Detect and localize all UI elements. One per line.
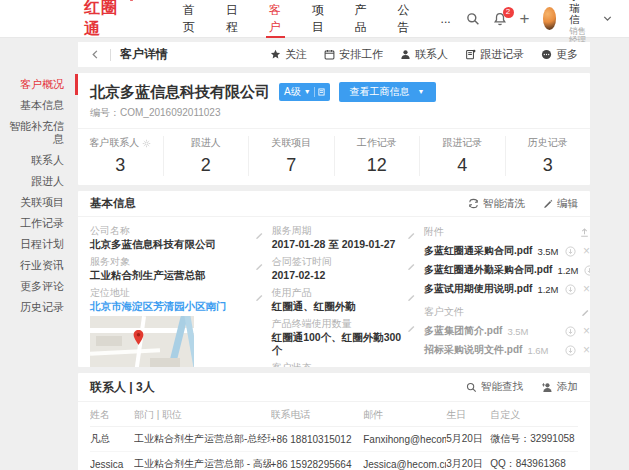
grade-badge[interactable]: A级 ▼ — [279, 83, 330, 101]
sidebar-item-schedule-plan[interactable]: 日程计划 — [0, 234, 78, 255]
nav-product[interactable]: 产品 — [340, 0, 383, 38]
sidebar-item-more-comments[interactable]: 更多评论 — [0, 276, 78, 297]
sidebar-item-contacts[interactable]: 联系人 — [0, 150, 78, 171]
contact-birthday: 3月20日 — [446, 452, 490, 470]
contact-email: Jessica@hecom.cn — [363, 452, 446, 470]
edit-pencil-icon[interactable] — [581, 308, 590, 317]
more-button[interactable]: 更多 — [541, 47, 578, 62]
edit-button[interactable]: 编辑 — [543, 197, 578, 211]
nav-project[interactable]: 项目 — [297, 0, 340, 38]
contact-row[interactable]: Jessica 工业粘合剂生产运营总部 - 高级分析师 +86 15928295… — [90, 452, 578, 470]
field-label: 客户状态 — [272, 362, 404, 367]
follow-button[interactable]: 关注 — [270, 47, 307, 62]
contacts-card: 联系人 | 3人 智能查找 添加 — [78, 373, 590, 470]
file-link[interactable]: 多蓝红圈通采购合同.pdf — [424, 244, 532, 258]
sidebar-item-followers[interactable]: 跟进人 — [0, 171, 78, 192]
map-pin-icon — [132, 330, 145, 350]
location-map-thumbnail[interactable] — [90, 316, 194, 367]
sidebar-item-customer-overview[interactable]: 客户概况 — [0, 74, 78, 95]
app-logo-text: 红圈通 — [84, 0, 118, 37]
stat-projects[interactable]: 关联项目 7 — [248, 136, 334, 176]
edit-pencil-icon[interactable] — [407, 226, 416, 244]
delete-icon[interactable]: × — [583, 246, 590, 257]
basic-info-title: 基本信息 — [90, 196, 136, 211]
col-header-dept: 部门 | 职位 — [134, 402, 271, 427]
stat-value: 3 — [506, 155, 591, 176]
stat-followers[interactable]: 跟进人 2 — [163, 136, 249, 176]
download-icon[interactable] — [565, 345, 576, 356]
file-link[interactable]: 多蓝集团简介.pdf — [424, 324, 502, 338]
back-button[interactable] — [90, 49, 101, 60]
field-location: 定位地址 北京市海淀区芳清园小区南门 — [90, 287, 266, 367]
star-icon — [270, 49, 281, 60]
add-icon[interactable]: + — [520, 11, 530, 27]
sidebar-item-related-projects[interactable]: 关联项目 — [0, 192, 78, 213]
business-info-button[interactable]: 查看工商信息 ▼ — [339, 82, 436, 102]
edit-pencil-icon[interactable] — [407, 257, 416, 275]
sidebar-item-history[interactable]: 历史记录 — [0, 297, 78, 318]
nav-customer[interactable]: 客户 — [254, 0, 297, 38]
edit-pencil-icon[interactable] — [407, 319, 416, 337]
follow-record-button[interactable]: 跟进记录 — [465, 47, 524, 62]
stat-work-records[interactable]: 工作记录 12 — [334, 136, 420, 176]
arrange-work-button[interactable]: 安排工作 — [324, 47, 383, 62]
edit-pencil-icon[interactable] — [255, 288, 264, 306]
file-link[interactable]: 多蓝红圈通外勤采购合同.pdf — [424, 263, 552, 277]
smart-clean-button[interactable]: 智能清洗 — [468, 197, 525, 211]
col-header-custom: 自定义 — [490, 402, 578, 427]
sidebar-item-work-records[interactable]: 工作记录 — [0, 213, 78, 234]
bell-icon[interactable]: 2 — [493, 12, 507, 26]
contact-row[interactable]: 凡总 工业粘合剂生产运营总部-总经理 +86 18810315012 Fanxi… — [90, 427, 578, 452]
nav-more[interactable]: ... — [426, 0, 466, 38]
download-icon[interactable] — [565, 326, 576, 337]
toolbar-divider — [110, 49, 111, 61]
avatar[interactable] — [543, 7, 557, 30]
caret-down-icon: ▼ — [418, 88, 425, 96]
field-value: 红圈通、红圈外勤 — [272, 300, 404, 313]
stat-label: 工作记录 — [357, 136, 397, 150]
user-info[interactable]: 李瑞信 销售经理 — [569, 0, 589, 46]
stat-follow-records[interactable]: 跟进记录 4 — [419, 136, 505, 176]
stat-value: 12 — [335, 155, 420, 176]
delete-icon[interactable]: × — [583, 284, 590, 295]
stat-history[interactable]: 历史记录 3 — [505, 136, 591, 176]
contact-phone: +86 15928295664 — [271, 452, 364, 470]
contact-dept: 工业粘合剂生产运营总部-总经理 — [134, 427, 271, 452]
logo-circle-mark — [129, 0, 134, 1]
chevron-down-icon[interactable] — [602, 13, 613, 24]
file-link[interactable]: 多蓝试用期使用说明.pdf — [424, 282, 532, 296]
location-link[interactable]: 北京市海淀区芳清园小区南门 — [90, 300, 252, 313]
download-icon[interactable] — [565, 246, 576, 257]
delete-icon[interactable]: × — [583, 345, 590, 356]
download-icon[interactable] — [565, 284, 576, 295]
customer-code: 编号：COM_2016092011023 — [90, 106, 578, 120]
sidebar-item-industry-news[interactable]: 行业资讯 — [0, 255, 78, 276]
search-icon — [466, 382, 477, 393]
edit-pencil-icon[interactable] — [255, 257, 264, 275]
nav-home[interactable]: 首页 — [168, 0, 211, 38]
search-icon[interactable] — [466, 12, 480, 26]
stat-value: 4 — [420, 155, 505, 176]
nav-schedule[interactable]: 日程 — [211, 0, 254, 38]
download-icon[interactable] — [584, 265, 590, 276]
stat-label: 关联项目 — [271, 136, 311, 150]
contact-button[interactable]: 联系人 — [400, 47, 448, 62]
delete-icon[interactable]: × — [583, 326, 590, 337]
user-name: 李瑞信 — [569, 0, 589, 26]
smart-search-button[interactable]: 智能查找 — [466, 380, 523, 394]
gear-icon[interactable] — [142, 139, 151, 148]
col-header-birthday: 生日 — [446, 402, 490, 427]
edit-label: 编辑 — [557, 197, 578, 211]
app-logo[interactable]: 红圈通 — [84, 0, 126, 40]
sidebar-item-smart-supplement[interactable]: 智能补充信息 — [0, 116, 78, 150]
contacts-table: 姓名 部门 | 职位 联系电话 邮件 生日 自定义 凡总 工业粘合剂生产运营总部… — [78, 402, 590, 470]
edit-pencil-icon[interactable] — [407, 288, 416, 306]
upload-icon[interactable] — [579, 227, 590, 238]
nav-announcement[interactable]: 公告 — [383, 0, 426, 38]
add-contact-button[interactable]: 添加 — [541, 380, 578, 394]
file-link[interactable]: 招标采购说明文件.pdf — [424, 343, 522, 357]
sidebar-item-basic-info[interactable]: 基本信息 — [0, 95, 78, 116]
stat-contacts[interactable]: 客户联系人 3 — [78, 136, 163, 176]
edit-pencil-icon[interactable] — [255, 226, 264, 244]
contact-name: 凡总 — [90, 427, 134, 452]
